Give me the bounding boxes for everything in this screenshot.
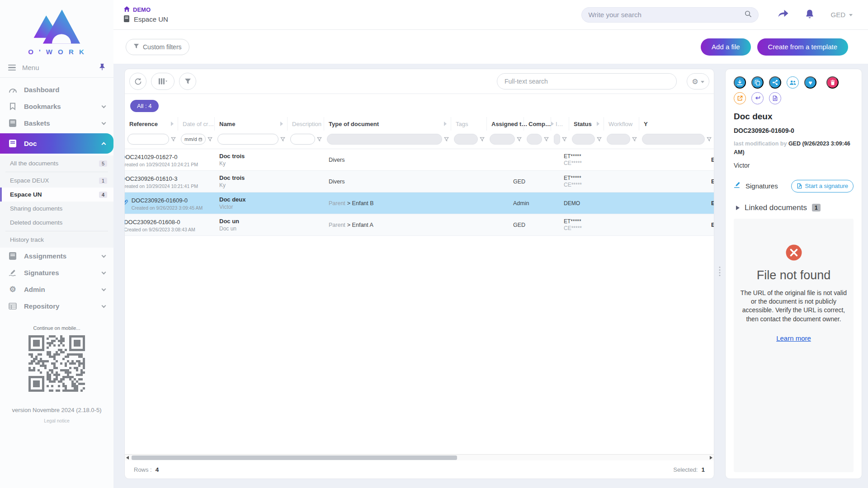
delete-button[interactable] (826, 76, 839, 89)
download-button[interactable] (734, 76, 746, 89)
funnel-filter-icon[interactable] (208, 137, 212, 142)
column-header-status[interactable]: Status (569, 117, 604, 131)
open-external-button[interactable] (734, 92, 746, 104)
sidebar-nav: Dashboard Bookmarks Baskets Doc All the … (0, 78, 113, 314)
table-row[interactable]: DOC241029-01627-0Created on 10/29/2024 1… (125, 149, 714, 171)
funnel-filter-icon[interactable] (171, 137, 176, 142)
filter-select-assigned-t[interactable] (490, 134, 515, 145)
filter-select-comp[interactable] (527, 134, 542, 145)
filter-input-reference[interactable] (127, 134, 169, 145)
scrollbar-thumb[interactable] (132, 455, 457, 460)
filter-button[interactable] (179, 73, 196, 90)
hamburger-icon[interactable] (8, 65, 16, 70)
table-row[interactable]: wDOC230926-01609-0Created on 9/26/2023 3… (125, 192, 714, 214)
start-signature-button[interactable]: Start a signature (791, 180, 854, 192)
sidebar-item-dashboard[interactable]: Dashboard (0, 81, 113, 98)
search-icon[interactable] (745, 10, 752, 19)
sidebar-item-espace-un[interactable]: Espace UN 4 (0, 188, 113, 202)
create-from-template-button[interactable]: Create from a template (757, 38, 848, 56)
sidebar-item-admin[interactable]: ⚙ Admin (0, 281, 113, 298)
return-button[interactable] (751, 92, 764, 104)
filter-select-status[interactable] (572, 134, 595, 145)
copy-button[interactable] (751, 76, 764, 89)
refresh-button[interactable] (129, 73, 146, 90)
column-header-description[interactable]: Description (288, 117, 324, 131)
funnel-filter-icon[interactable] (444, 137, 449, 142)
breadcrumb-page-label: Espace UN (134, 15, 168, 23)
column-header-name[interactable]: Name (215, 117, 288, 131)
funnel-filter-icon[interactable] (707, 137, 712, 142)
sidebar-item-baskets[interactable]: Baskets (0, 115, 113, 131)
favorite-button[interactable]: ♥ (804, 76, 816, 89)
permissions-button[interactable] (787, 76, 799, 89)
sidebar-item-repository[interactable]: Repository (0, 298, 113, 314)
filter-date-input[interactable]: mm/d (181, 134, 206, 145)
panel-resize-handle[interactable] (719, 267, 721, 276)
sidebar-item-doc[interactable]: Doc (0, 133, 113, 154)
linked-documents-toggle[interactable]: Linked documents 1 (734, 203, 854, 212)
sidebar-item-history-track[interactable]: History track (0, 233, 113, 247)
funnel-filter-icon[interactable] (544, 137, 549, 142)
scroll-left-arrow[interactable] (126, 456, 129, 460)
name-cell: Doc unDoc un (215, 214, 288, 235)
column-header-type-of-document[interactable]: Type of document (324, 117, 451, 131)
bell-icon[interactable] (805, 9, 814, 21)
funnel-filter-icon[interactable] (317, 137, 322, 142)
funnel-filter-icon[interactable] (280, 137, 285, 142)
table-row[interactable]: DOC230926-01610-3Created on 10/29/2024 1… (125, 171, 714, 192)
filter-select-tags[interactable] (454, 134, 478, 145)
tab-all[interactable]: All : 4 (130, 100, 159, 112)
funnel-filter-icon[interactable] (480, 137, 485, 142)
horizontal-scrollbar[interactable] (125, 454, 714, 460)
funnel-filter-icon[interactable] (597, 137, 602, 142)
filter-input-name[interactable] (217, 134, 278, 145)
filter-select-y[interactable] (642, 134, 705, 145)
funnel-filter-icon[interactable] (632, 137, 637, 142)
fulltext-search-input[interactable] (497, 73, 677, 89)
column-header-i[interactable]: I… (551, 117, 569, 131)
column-header-y[interactable]: Y (639, 117, 714, 131)
filter-select-workflow[interactable] (607, 134, 630, 145)
funnel-filter-icon[interactable] (517, 137, 522, 142)
y-cell (639, 171, 714, 192)
sidebar-item-assignments[interactable]: Assignments (0, 248, 113, 264)
breadcrumb-page[interactable]: Espace UN (124, 15, 168, 23)
column-header-tags[interactable]: Tags (451, 117, 487, 131)
table-settings-button[interactable]: ⚙ (687, 73, 709, 89)
document-properties-button[interactable] (769, 92, 781, 104)
global-search-input[interactable]: Write your search (581, 7, 759, 23)
name-cell: Doc troisKy (215, 171, 288, 192)
breadcrumb-root[interactable]: DEMO (124, 6, 168, 13)
table-row[interactable]: DOC230926-01608-0Created on 9/26/2023 3:… (125, 214, 714, 236)
sidebar-item-bookmarks[interactable]: Bookmarks (0, 98, 113, 115)
count-badge: 4 (99, 192, 107, 198)
column-header-workflow[interactable]: Workflow (604, 117, 639, 131)
scroll-right-arrow[interactable] (710, 456, 712, 460)
custom-filters-button[interactable]: Custom filters (126, 39, 189, 55)
pin-icon[interactable] (99, 63, 105, 72)
learn-more-link[interactable]: Learn more (776, 334, 811, 342)
sidebar-item-signatures[interactable]: Signatures (0, 264, 113, 281)
tags-cell (451, 149, 487, 170)
sidebar-item-all-the-documents[interactable]: All the documents 5 (0, 156, 113, 170)
column-header-reference[interactable]: Reference (125, 117, 178, 131)
funnel-filter-icon[interactable] (562, 137, 567, 142)
column-header-date-of-cr[interactable]: Date of cr… (178, 117, 215, 131)
columns-button[interactable] (151, 73, 175, 90)
y-cell (639, 214, 714, 235)
column-label: I… (556, 121, 563, 127)
sidebar-item-sharing-documents[interactable]: Sharing documents (0, 202, 113, 216)
share-forward-icon[interactable] (778, 9, 789, 20)
sidebar-item-deleted-documents[interactable]: Deleted documents (0, 216, 113, 230)
share-button[interactable] (769, 76, 781, 89)
filter-select-type-of-document[interactable] (327, 134, 442, 145)
filter-select-i[interactable] (554, 134, 560, 145)
legal-notice-link[interactable]: Legal notice (0, 418, 113, 423)
user-menu-dropdown[interactable]: GED (830, 11, 853, 19)
column-header-comp[interactable]: Comp… (524, 117, 551, 131)
add-file-button[interactable]: Add a file (701, 38, 751, 56)
refresh-icon (134, 78, 142, 85)
column-header-assigned-t[interactable]: Assigned t… (487, 117, 524, 131)
filter-input-description[interactable] (290, 134, 315, 145)
sidebar-item-espace-deux[interactable]: Espace DEUX 1 (0, 174, 113, 188)
